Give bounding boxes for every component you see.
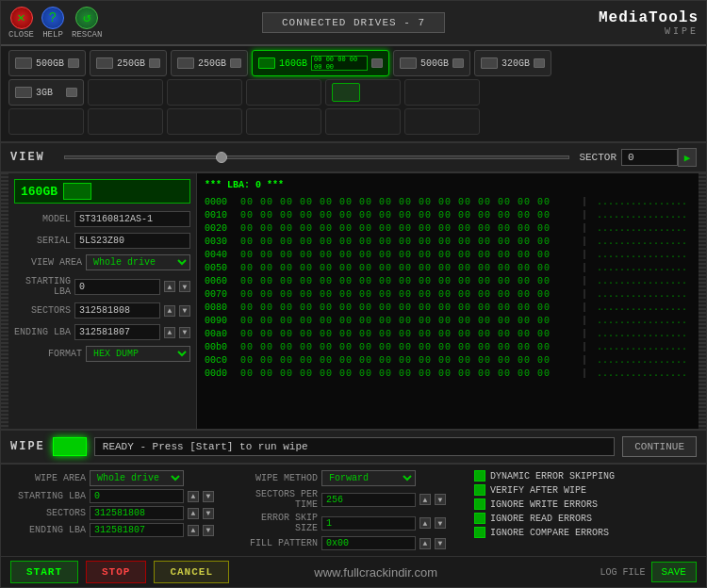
drive-empty-4[interactable] xyxy=(246,79,321,106)
drive-eject-icon[interactable] xyxy=(66,88,77,97)
spt-down[interactable]: ▼ xyxy=(435,494,446,505)
close-label: CLOSE xyxy=(8,30,34,40)
hex-ascii: ................ xyxy=(597,209,691,222)
fp-up[interactable]: ▲ xyxy=(419,538,431,549)
wipe-col-left: WIPE AREA Whole drive STARTING LBA 0 ▲ ▼… xyxy=(10,470,233,550)
spt-up[interactable]: ▲ xyxy=(419,494,431,505)
drive-320gb[interactable]: 320GB xyxy=(474,50,551,76)
rescan-button[interactable]: ↺ RESCAN xyxy=(72,7,102,40)
ignore-compare-errors-checkbox[interactable] xyxy=(474,527,485,538)
drive-eject-icon[interactable] xyxy=(230,58,241,68)
wipe-sectors-up[interactable]: ▲ xyxy=(188,508,199,519)
sectors-up-button[interactable]: ▲ xyxy=(164,305,175,317)
drive-eject-icon[interactable] xyxy=(68,58,79,68)
drive-empty-7[interactable] xyxy=(8,108,84,135)
sectors-down-button[interactable]: ▼ xyxy=(179,305,190,317)
drive-icon xyxy=(15,57,32,69)
wipe-status: READY - Press [Start] to run wipe xyxy=(94,437,615,456)
drive-500gb-1[interactable]: 500GB xyxy=(8,50,86,76)
drive-empty-10[interactable] xyxy=(246,108,321,135)
save-button[interactable]: SAVE xyxy=(651,562,697,582)
drive-250gb-2[interactable]: 250GB xyxy=(171,50,248,76)
fp-down[interactable]: ▼ xyxy=(435,538,446,549)
hex-line: 00c000 00 00 00 00 00 00 00 00 00 00 00 … xyxy=(205,354,691,368)
ignore-write-errors-checkbox[interactable] xyxy=(474,498,485,510)
start-button[interactable]: START xyxy=(10,561,78,583)
ess-down[interactable]: ▼ xyxy=(435,517,446,529)
drive-3gb[interactable]: 3GB xyxy=(8,79,84,106)
starting-lba-row: STARTING LBA 0 ▲ ▼ xyxy=(14,276,190,297)
hex-bytes: 00 00 00 00 00 00 00 00 00 00 00 00 00 0… xyxy=(240,236,572,249)
stop-button[interactable]: STOP xyxy=(86,561,146,583)
hex-line: 004000 00 00 00 00 00 00 00 00 00 00 00 … xyxy=(205,249,691,262)
ignore-read-errors-checkbox[interactable] xyxy=(474,513,485,524)
serial-value: 5LS23Z80 xyxy=(74,233,190,249)
drive-empty-9[interactable] xyxy=(167,108,242,135)
dynamic-error-skipping-checkbox[interactable] xyxy=(474,470,485,482)
close-button[interactable]: ✕ CLOSE xyxy=(8,7,34,40)
continue-button[interactable]: CONTINUE xyxy=(622,436,697,457)
drive-preview: 160GB xyxy=(14,179,190,204)
drive-250gb-1[interactable]: 250GB xyxy=(90,50,167,76)
help-button[interactable]: ? HELP xyxy=(41,7,64,40)
hex-bytes: 00 00 00 00 00 00 00 00 00 00 00 00 00 0… xyxy=(240,275,572,288)
logo-name: MediaTools xyxy=(599,9,699,26)
model-value: ST3160812AS-1 xyxy=(74,211,190,227)
drive-eject-icon[interactable] xyxy=(452,58,464,68)
model-label: MODEL xyxy=(14,214,71,224)
view-slider[interactable] xyxy=(64,155,570,159)
drive-empty-2[interactable] xyxy=(88,79,163,106)
hex-line: 009000 00 00 00 00 00 00 00 00 00 00 00 … xyxy=(205,315,691,328)
drive-eject-icon[interactable] xyxy=(149,58,160,68)
close-icon: ✕ xyxy=(10,7,33,29)
drive-empty-6[interactable] xyxy=(404,79,480,106)
hex-header: *** LBA: 0 *** xyxy=(205,179,691,192)
format-select[interactable]: HEX DUMP xyxy=(86,346,190,362)
wipe-ending-up[interactable]: ▲ xyxy=(188,525,199,536)
drive-empty-8[interactable] xyxy=(88,108,163,135)
hex-ascii: ................ xyxy=(597,341,691,354)
ending-lba-down[interactable]: ▼ xyxy=(179,327,190,338)
hex-bytes: 00 00 00 00 00 00 00 00 00 00 00 00 00 0… xyxy=(240,341,572,354)
hex-addr: 00d0 xyxy=(205,368,235,381)
drive-500gb-2[interactable]: 500GB xyxy=(393,50,470,76)
drive-eject-icon[interactable] xyxy=(534,58,545,68)
drive-empty-5[interactable] xyxy=(325,79,401,106)
hex-line: 003000 00 00 00 00 00 00 00 00 00 00 00 … xyxy=(205,236,691,249)
drive-size: 250GB xyxy=(117,58,145,69)
lba-down-button[interactable]: ▼ xyxy=(179,281,190,292)
hex-ascii: ................ xyxy=(597,315,691,328)
verify-after-wipe-checkbox[interactable] xyxy=(474,484,485,496)
cancel-button[interactable]: CANCEL xyxy=(154,561,229,583)
drive-eject-icon[interactable] xyxy=(371,58,383,68)
ending-lba-up[interactable]: ▲ xyxy=(164,327,175,338)
wipe-sectors-down[interactable]: ▼ xyxy=(203,508,214,519)
top-bar: ✕ CLOSE ? HELP ↺ RESCAN CONNECTED DRIVES… xyxy=(1,1,706,46)
wipe-starting-lba-value: 0 xyxy=(90,489,184,503)
rescan-icon: ↺ xyxy=(75,7,98,29)
view-slider-thumb[interactable] xyxy=(216,152,227,163)
hex-line: 00d000 00 00 00 00 00 00 00 00 00 00 00 … xyxy=(205,368,691,381)
wipe-ending-down[interactable]: ▼ xyxy=(203,525,214,536)
wipe-lba-down[interactable]: ▼ xyxy=(203,491,214,502)
drive-160gb-active[interactable]: 160GB 00 00 00 00 00 00 xyxy=(252,50,389,76)
sector-input[interactable] xyxy=(621,149,678,166)
wipe-area-select[interactable]: Whole drive xyxy=(90,470,184,486)
hex-ascii: ................ xyxy=(597,262,691,275)
verify-after-wipe-label: VERIFY AFTER WIPE xyxy=(490,485,586,496)
wipe-ending-lba-row: ENDING LBA 312581807 ▲ ▼ xyxy=(10,523,233,537)
wipe-lba-up[interactable]: ▲ xyxy=(188,491,199,502)
drive-empty-12[interactable] xyxy=(404,108,480,135)
dynamic-error-skipping-row: DYNAMIC ERROR SKIPPING xyxy=(474,470,697,482)
lba-up-button[interactable]: ▲ xyxy=(164,281,175,292)
ess-up[interactable]: ▲ xyxy=(419,517,431,529)
sector-go-button[interactable]: ▶ xyxy=(678,148,697,167)
hex-line: 002000 00 00 00 00 00 00 00 00 00 00 00 … xyxy=(205,222,691,236)
drive-empty-3[interactable] xyxy=(167,79,242,106)
view-label: VIEW xyxy=(10,151,45,164)
view-area-select[interactable]: Whole drive xyxy=(86,254,190,270)
drive-empty-11[interactable] xyxy=(325,108,401,135)
wipe-method-select[interactable]: Forward xyxy=(321,470,416,486)
hex-ascii: ................ xyxy=(597,302,691,315)
starting-lba-value: 0 xyxy=(74,279,160,295)
